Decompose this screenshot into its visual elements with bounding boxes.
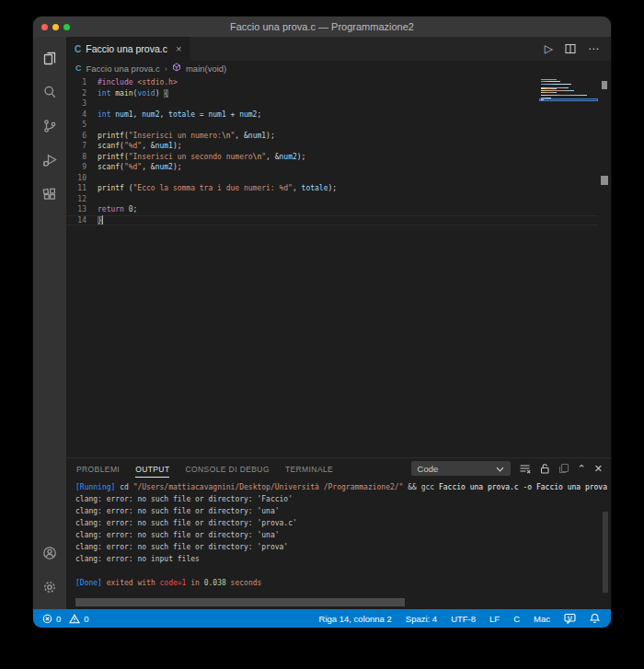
- code-token: [Running]: [75, 483, 115, 491]
- settings-button[interactable]: [33, 571, 66, 606]
- panel-horizontal-scrollbar[interactable]: [75, 598, 405, 606]
- output-line: clang: error: no such file or directory:…: [75, 529, 611, 541]
- code-line[interactable]: 9scanf("%d", &num2);: [66, 162, 598, 173]
- code-token: );: [173, 142, 182, 150]
- minimap-line: [541, 95, 587, 96]
- code-token: , &: [142, 163, 155, 171]
- code-line[interactable]: 12: [66, 194, 598, 205]
- sidebar-item-extensions[interactable]: [33, 179, 66, 213]
- line-number: 7: [66, 142, 98, 150]
- tab-bar: C Faccio una prova.c × ▷ ⋯: [66, 37, 611, 61]
- lock-scroll-icon[interactable]: [539, 463, 550, 475]
- code-line[interactable]: 3: [66, 98, 598, 110]
- open-output-in-editor-icon[interactable]: [558, 463, 569, 474]
- code-token: int: [98, 110, 110, 119]
- code-line[interactable]: 1#include <stdio.h>: [66, 77, 598, 88]
- split-editor-button[interactable]: [565, 43, 576, 54]
- editor-scrollbar[interactable]: [599, 75, 611, 457]
- language-mode-status[interactable]: C: [513, 614, 520, 624]
- code-token: ,: [159, 110, 168, 119]
- code-editor[interactable]: 1#include <stdio.h>2int main(void) {34in…: [66, 75, 611, 457]
- feedback-icon[interactable]: [564, 613, 576, 624]
- problems-status[interactable]: 0 0: [42, 614, 89, 624]
- breadcrumb-symbol[interactable]: main(void): [186, 63, 226, 74]
- tab-close-icon[interactable]: ×: [176, 43, 181, 54]
- code-line[interactable]: 11printf ("Ecco la somma tra i due numer…: [66, 183, 598, 194]
- eol-status[interactable]: LF: [489, 614, 500, 624]
- line-number: 12: [66, 195, 98, 203]
- code-token: num1: [115, 110, 132, 119]
- indentation-status[interactable]: Spazi: 4: [406, 614, 437, 624]
- window-title: Faccio una prova.c — Programmazione2: [230, 21, 414, 32]
- code-area[interactable]: 1#include <stdio.h>2int main(void) {34in…: [66, 77, 598, 225]
- scrollbar-marker: [602, 81, 607, 89]
- close-panel-button[interactable]: ✕: [594, 464, 603, 474]
- code-token: printf: [98, 132, 124, 140]
- code-token: main: [115, 89, 132, 98]
- code-line[interactable]: 6printf("Inserisci un numero:\n", &num1)…: [66, 131, 598, 142]
- code-token: ,: [293, 184, 302, 192]
- sidebar-item-source-control[interactable]: [33, 110, 66, 144]
- warning-count: 0: [84, 614, 88, 624]
- panel-tab-console-di-debug[interactable]: CONSOLE DI DEBUG: [185, 460, 269, 478]
- code-line[interactable]: 13return 0;: [66, 204, 598, 215]
- cursor-position-status[interactable]: Riga 14, colonna 2: [319, 614, 392, 624]
- encoding-status[interactable]: UTF-8: [451, 614, 476, 624]
- minimap[interactable]: [539, 79, 598, 190]
- code-line[interactable]: 7scanf("%d", &num1);: [66, 141, 598, 152]
- bottom-panel: PROBLEMIOUTPUTCONSOLE DI DEBUGTERMINALE …: [66, 457, 611, 609]
- code-token: {: [164, 89, 168, 98]
- panel-tab-output[interactable]: OUTPUT: [135, 460, 169, 478]
- panel-vertical-scrollbar[interactable]: [603, 512, 608, 593]
- code-token: num2: [142, 110, 159, 119]
- run-file-button[interactable]: ▷: [545, 43, 553, 54]
- code-line[interactable]: 4int num1, num2, totale = num1 + num2;: [66, 110, 598, 121]
- sidebar-item-search[interactable]: [33, 76, 66, 110]
- bell-icon[interactable]: [590, 613, 600, 624]
- close-window-button[interactable]: [41, 24, 48, 30]
- clear-output-button[interactable]: [519, 463, 531, 475]
- code-token: num2: [155, 163, 173, 171]
- code-line[interactable]: 14}: [66, 215, 598, 226]
- zoom-window-button[interactable]: [63, 24, 70, 30]
- panel-tab-problemi[interactable]: PROBLEMI: [76, 460, 120, 478]
- output-line: [Done] exited with code=1 in 0.038 secon…: [75, 577, 611, 589]
- code-token: && gcc: [403, 483, 439, 491]
- output-console[interactable]: [Running] cd "/Users/mattiacavagnini/Des…: [66, 479, 611, 609]
- titlebar[interactable]: Faccio una prova.c — Programmazione2: [33, 17, 611, 37]
- minimize-window-button[interactable]: [52, 24, 59, 30]
- code-token: 0.038: [204, 579, 226, 587]
- code-token: =: [195, 110, 208, 119]
- output-channel-select[interactable]: Code: [411, 461, 511, 476]
- gear-icon: [40, 578, 59, 600]
- scrollbar-marker: [601, 176, 608, 185]
- output-line: clang: error: no such file or directory:…: [75, 517, 611, 529]
- code-token: scanf: [98, 142, 120, 150]
- output-line: [Running] cd "/Users/mattiacavagnini/Des…: [75, 481, 611, 493]
- more-actions-button[interactable]: ⋯: [588, 43, 600, 54]
- minimap-line: [541, 92, 557, 93]
- line-number: 3: [66, 99, 98, 108]
- output-line: clang: error: no such file or directory:…: [75, 493, 611, 505]
- accounts-button[interactable]: [33, 537, 66, 571]
- sidebar-item-run-debug[interactable]: [33, 144, 66, 179]
- code-token: );: [266, 132, 275, 140]
- code-token: "%d": [124, 142, 142, 150]
- code-line[interactable]: 2int main(void) {: [66, 88, 598, 99]
- maximize-panel-button[interactable]: ⌃: [578, 464, 586, 474]
- code-token: clang: error: no such file or directory:…: [75, 531, 280, 539]
- breadcrumb-file[interactable]: Faccio una prova.c: [86, 63, 160, 74]
- panel-tab-terminale[interactable]: TERMINALE: [285, 460, 333, 478]
- breadcrumb[interactable]: C Faccio una prova.c › main(void): [66, 61, 611, 75]
- code-line[interactable]: 8printf("Inserisci un secondo numero\n",…: [66, 152, 598, 163]
- os-status[interactable]: Mac: [534, 614, 550, 624]
- sidebar-item-explorer[interactable]: [33, 42, 66, 76]
- status-bar: 0 0 Riga 14, colonna 2Spazi: 4UTF-8LFCMa…: [33, 609, 611, 628]
- code-line[interactable]: 10: [66, 173, 598, 184]
- code-token: seconds: [226, 579, 262, 587]
- output-line: clang: error: no such file or directory:…: [75, 541, 611, 553]
- output-channel-value: Code: [418, 464, 439, 474]
- c-file-icon: C: [75, 44, 81, 54]
- code-line[interactable]: 5: [66, 120, 598, 131]
- tab-faccio-una-prova[interactable]: C Faccio una prova.c ×: [66, 37, 190, 61]
